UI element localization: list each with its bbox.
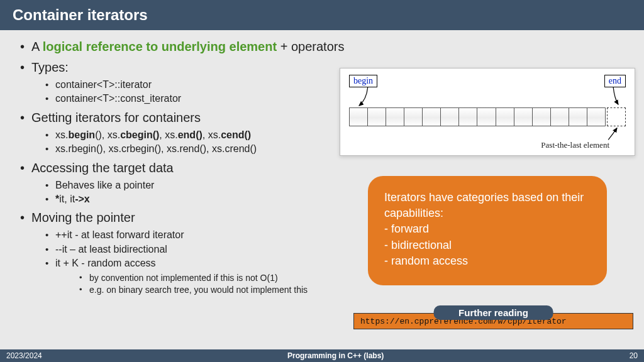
iterator-diagram: begin end Past-the-last element [340, 68, 635, 156]
diagram-cell [422, 107, 441, 126]
categories-callout: Iterators have categories based on their… [368, 176, 607, 285]
diagram-cells [349, 107, 626, 126]
diagram-cell [349, 107, 368, 126]
green-phrase: logical reference to underlying element [43, 40, 277, 53]
diagram-cell [386, 107, 404, 126]
diagram-cell [440, 107, 459, 126]
callout-line: - bidirectional [384, 238, 591, 253]
footer-page: 20 [630, 351, 638, 360]
diagram-cell [477, 107, 496, 126]
bullet-intro: A logical reference to underlying elemen… [18, 38, 631, 56]
title-bar: Container iterators [0, 0, 644, 30]
diagram-cell [458, 107, 477, 126]
diagram-cell [532, 107, 551, 126]
further-reading: https://en.cppreference.com/w/cpp/iterat… [353, 313, 633, 329]
diagram-cell [587, 107, 606, 126]
diagram-cell [550, 107, 569, 126]
diagram-cell [569, 107, 587, 126]
footer-bar: 2023/2024 Programming in C++ (labs) 20 [0, 349, 644, 362]
footer-course: Programming in C++ (labs) [287, 351, 384, 360]
diagram-cell [496, 107, 514, 126]
slide-title: Container iterators [13, 6, 148, 24]
footer-year: 2023/2024 [6, 351, 42, 360]
moving-note: e.g. on binary search tree, you would no… [55, 284, 631, 297]
diagram-cell [404, 107, 423, 126]
diagram-ghost-cell [607, 107, 626, 126]
diagram-cell [367, 107, 386, 126]
diagram-past-label: Past-the-last element [541, 140, 609, 150]
further-reading-label: Further reading [433, 305, 553, 320]
callout-line: - random access [384, 253, 591, 269]
diagram-cell [514, 107, 533, 126]
callout-line: - forward [384, 221, 591, 237]
callout-line: Iterators have categories based on their… [384, 190, 591, 221]
